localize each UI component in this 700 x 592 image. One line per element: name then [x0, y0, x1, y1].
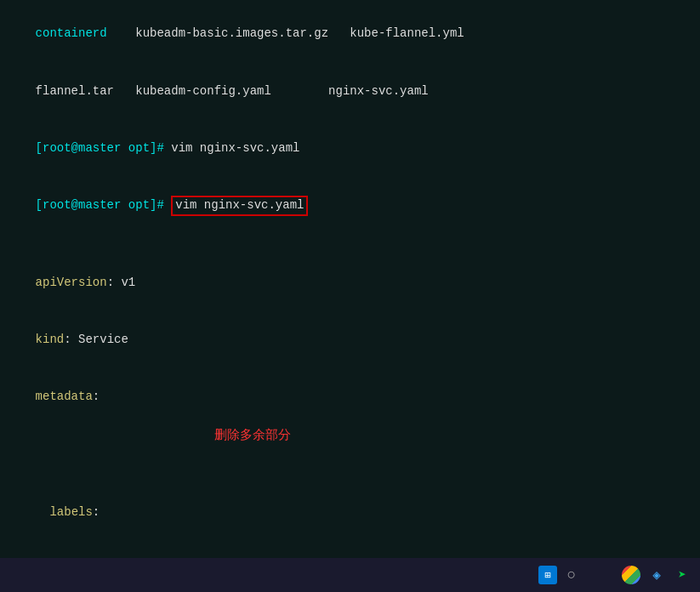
- edge-icon[interactable]: ◈: [647, 566, 666, 584]
- yaml-app: app: nginx: [7, 541, 693, 558]
- file-containerd: containerd: [36, 26, 107, 40]
- cmd1-line: [root@master opt]# vim nginx-svc.yaml: [7, 119, 693, 176]
- yaml-apiversion: apiVersion: v1: [7, 253, 693, 310]
- taskbar-icons: ⊞ ○ ◈ ➤: [622, 566, 691, 584]
- yaml-labels: labels:: [7, 484, 693, 541]
- prompt-1: [root@master opt]#: [36, 141, 172, 155]
- cmd2-highlight-box: vim nginx-svc.yaml: [171, 196, 308, 216]
- cmd2-line: [root@master opt]# vim nginx-svc.yaml: [7, 177, 693, 235]
- terminal: containerd kubeadm-basic.images.tar.gz k…: [0, 0, 700, 558]
- cmd1-text: vim nginx-svc.yaml: [171, 141, 299, 155]
- files-line-1: containerd kubeadm-basic.images.tar.gz k…: [7, 5, 693, 62]
- windows-icon[interactable]: ⊞: [538, 566, 557, 584]
- search-icon[interactable]: ○: [562, 566, 581, 584]
- file-nginx-svc: nginx-svc.yaml: [328, 84, 429, 98]
- files-line-2: flannel.tar kubeadm-config.yaml nginx-sv…: [7, 62, 693, 119]
- cmd2-text: vim nginx-svc.yaml: [175, 198, 304, 212]
- prompt-2: [root@master opt]#: [36, 198, 172, 212]
- annotation-delete: 删除多余部分: [214, 427, 291, 441]
- file-kube-flannel: kube-flannel.yml: [350, 26, 464, 40]
- yaml-kind: kind: Service: [7, 310, 693, 367]
- chrome-icon[interactable]: [622, 566, 640, 584]
- file-kubeadm-config: kubeadm-config.yaml: [135, 84, 271, 98]
- yaml-metadata: metadata: 删除多余部分: [7, 368, 693, 484]
- file-kubeadm-images: kubeadm-basic.images.tar.gz: [135, 26, 328, 40]
- arrow-right-icon[interactable]: ➤: [673, 566, 691, 584]
- taskbar: ⊞ ○ ◈ ➤: [0, 558, 700, 592]
- file-flannel-tar: flannel.tar: [36, 84, 114, 98]
